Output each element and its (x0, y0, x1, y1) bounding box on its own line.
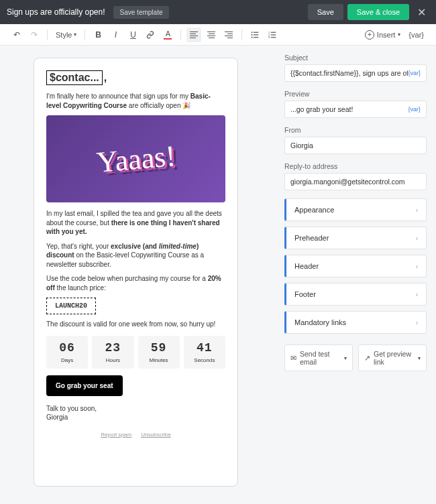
send-test-email-button[interactable]: ✉ Send test email ▾ (284, 344, 353, 371)
text-color-button[interactable]: A (160, 27, 175, 42)
page-title: Sign ups are officially open! (7, 7, 105, 17)
divider (85, 29, 85, 40)
section-header[interactable]: Header › (284, 255, 427, 277)
divider (180, 29, 181, 40)
underline-button[interactable]: U (125, 27, 140, 42)
insert-var-button[interactable]: {var} (408, 106, 421, 113)
redo-button[interactable]: ↷ (27, 27, 42, 42)
settings-panel: Subject {var} Preview {var} From Reply-t… (275, 46, 436, 504)
save-button[interactable]: Save (308, 4, 343, 20)
save-template-button[interactable]: Save template (113, 6, 170, 19)
svg-rect-1 (254, 32, 259, 32)
section-label: Header (294, 262, 319, 270)
action-label: Get preview link (374, 350, 415, 366)
action-label: Send test email (300, 350, 341, 366)
body-paragraph: Use the code below when purchasing my co… (46, 274, 225, 292)
chevron-down-icon: ▾ (74, 32, 76, 38)
subject-input[interactable] (290, 69, 408, 77)
section-appearance[interactable]: Appearance › (284, 198, 427, 221)
variable-token[interactable]: $contac... (46, 70, 103, 85)
chevron-right-icon: › (416, 319, 418, 326)
section-footer[interactable]: Footer › (284, 283, 427, 306)
chevron-right-icon: › (416, 291, 418, 298)
close-button[interactable]: ✕ (413, 6, 429, 19)
svg-point-0 (252, 32, 253, 33)
email-frame[interactable]: $contac... , I'm finally here to announc… (34, 58, 238, 487)
save-close-button[interactable]: Save & close (347, 4, 409, 20)
insert-var-button[interactable]: {var} (408, 70, 421, 76)
align-left-icon (190, 32, 198, 38)
chevron-right-icon: › (416, 206, 418, 214)
align-right-button[interactable] (221, 27, 236, 42)
section-mandatory-links[interactable]: Mandatory links › (284, 311, 427, 334)
countdown-minutes: 59 Minutes (138, 336, 180, 369)
chevron-down-icon: ▾ (398, 32, 400, 38)
replyto-label: Reply-to address (284, 162, 427, 170)
chevron-down-icon: ▾ (418, 355, 421, 361)
chevron-down-icon: ▾ (344, 355, 347, 361)
undo-button[interactable]: ↶ (9, 27, 24, 42)
editor-toolbar: ↶ ↷ Style ▾ B I U A 123 + Insert ▾ {var} (0, 24, 436, 46)
link-icon (146, 31, 154, 39)
style-label: Style (56, 31, 72, 39)
bullet-list-icon (251, 31, 259, 39)
style-dropdown[interactable]: Style ▾ (53, 31, 79, 39)
divider (241, 29, 242, 40)
intro-paragraph: I'm finally here to announce that sign u… (46, 92, 225, 110)
numbered-list-icon: 123 (268, 31, 276, 39)
numbered-list-button[interactable]: 123 (265, 27, 280, 42)
subject-field[interactable]: {var} (284, 64, 427, 82)
chevron-right-icon: › (416, 263, 418, 270)
italic-button[interactable]: I (108, 27, 123, 42)
section-label: Footer (294, 290, 316, 298)
countdown-hours: 23 Hours (92, 336, 133, 369)
bold-button[interactable]: B (91, 27, 105, 42)
external-link-icon: ↗ (364, 354, 370, 362)
mail-icon: ✉ (290, 354, 296, 362)
section-preheader[interactable]: Preheader › (284, 227, 427, 249)
insert-label: Insert (377, 31, 396, 39)
countdown-seconds: 41 Seconds (184, 336, 225, 369)
preview-field[interactable]: {var} (284, 101, 427, 118)
replyto-input[interactable] (290, 178, 421, 186)
insert-variable-button[interactable]: {var} (406, 31, 427, 39)
cta-button[interactable]: Go grab your seat (46, 375, 123, 396)
svg-point-2 (252, 34, 253, 36)
align-center-button[interactable] (204, 27, 219, 42)
svg-rect-5 (254, 37, 259, 38)
link-button[interactable] (143, 27, 158, 42)
plus-icon: + (365, 30, 374, 40)
svg-rect-11 (271, 37, 276, 38)
body-paragraph: Yep, that's right, your exclusive (and l… (46, 242, 225, 269)
from-field[interactable] (284, 137, 427, 154)
divider (47, 29, 48, 40)
preview-label: Preview (284, 90, 427, 98)
hero-image[interactable]: Yaaas! (46, 115, 225, 202)
replyto-field[interactable] (284, 173, 427, 190)
body-paragraph: The discount is valid for one week from … (46, 320, 225, 329)
from-label: From (284, 126, 427, 134)
section-label: Mandatory links (294, 318, 346, 326)
svg-rect-9 (271, 34, 276, 35)
insert-dropdown[interactable]: + Insert ▾ (362, 30, 404, 40)
unsubscribe-link[interactable]: Unsubscribe (141, 432, 170, 438)
body-paragraph: In my last email, I spilled the tea and … (46, 209, 225, 237)
align-left-button[interactable] (186, 27, 201, 42)
subject-label: Subject (284, 54, 427, 62)
from-input[interactable] (290, 141, 421, 149)
section-label: Appearance (294, 206, 334, 214)
countdown-timer: 06 Days 23 Hours 59 Minutes 41 Seconds (46, 336, 225, 369)
bullet-list-button[interactable] (248, 27, 262, 42)
countdown-days: 06 Days (46, 336, 88, 369)
report-spam-link[interactable]: Report spam (101, 432, 131, 438)
top-bar: Sign ups are officially open! Save templ… (0, 0, 436, 24)
greeting-comma: , (104, 72, 107, 84)
svg-rect-7 (271, 32, 276, 32)
get-preview-link-button[interactable]: ↗ Get preview link ▾ (358, 344, 427, 371)
svg-rect-3 (254, 34, 259, 35)
email-greeting: $contac... , (46, 70, 225, 85)
preview-input[interactable] (290, 105, 408, 113)
coupon-code[interactable]: LAUNCH20 (46, 298, 96, 314)
email-canvas: $contac... , I'm finally here to announc… (0, 46, 275, 504)
hero-text: Yaaas! (95, 138, 177, 179)
